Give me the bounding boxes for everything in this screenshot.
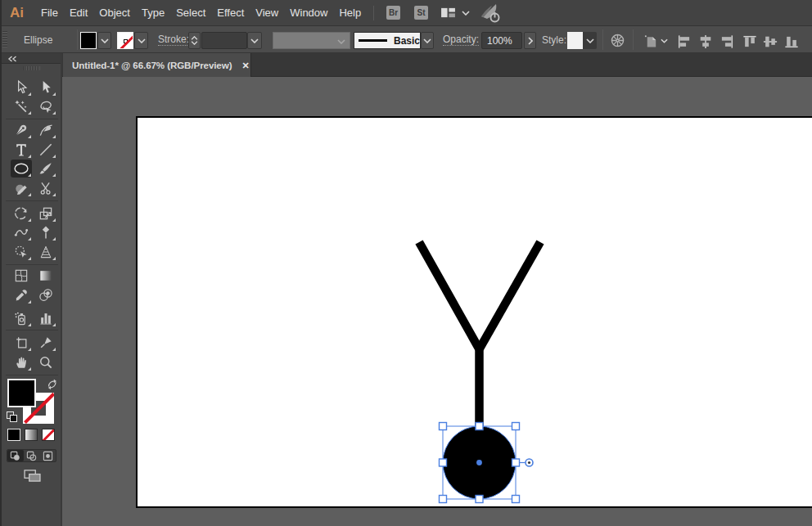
selection-center-point[interactable] — [476, 460, 482, 465]
rotate-tool[interactable] — [11, 205, 32, 223]
screen-mode-button[interactable] — [23, 469, 42, 486]
align-top-button[interactable] — [742, 34, 757, 52]
selection-handle[interactable] — [476, 496, 483, 503]
opacity-label[interactable]: Opacity: — [443, 34, 479, 46]
gradient-tool[interactable] — [35, 267, 56, 285]
align-hcenter-button[interactable] — [698, 34, 713, 52]
default-fill-stroke-button[interactable] — [7, 411, 18, 423]
flyout-triangle-icon — [52, 237, 56, 241]
selection-handle[interactable] — [512, 496, 520, 503]
stroke-color-dropdown[interactable] — [134, 32, 148, 49]
scale-tool[interactable] — [35, 205, 56, 223]
selection-handle[interactable] — [476, 423, 483, 430]
panel-grip[interactable] — [2, 31, 7, 48]
menu-file[interactable]: File — [35, 0, 64, 25]
style-swatch[interactable] — [567, 32, 583, 49]
style-combo[interactable] — [567, 32, 597, 49]
paintbrush-tool[interactable] — [35, 160, 56, 178]
stroke-weight-input[interactable] — [201, 32, 247, 49]
stock-button[interactable]: St — [414, 6, 428, 20]
bridge-button[interactable]: Br — [386, 6, 400, 20]
artwork-layer[interactable] — [62, 77, 812, 526]
tools-panel-grip[interactable] — [24, 66, 40, 70]
align-right-button[interactable] — [720, 34, 734, 52]
stroke-weight-stepper[interactable] — [188, 32, 201, 49]
magic-wand-tool[interactable] — [11, 97, 32, 115]
column-graph-tool[interactable] — [35, 309, 56, 327]
menu-help[interactable]: Help — [333, 0, 367, 25]
ellipse-tool[interactable] — [11, 160, 32, 178]
stepper-down-icon[interactable] — [191, 41, 198, 45]
selection-handle[interactable] — [440, 423, 447, 430]
stroke-color-swatch[interactable] — [117, 32, 133, 49]
menu-select[interactable]: Select — [170, 0, 211, 25]
curvature-tool[interactable] — [35, 121, 56, 139]
none-mode-button[interactable] — [42, 429, 55, 441]
mesh-tool[interactable] — [11, 267, 32, 285]
workspace-switcher[interactable] — [440, 7, 470, 19]
color-mode-button[interactable] — [7, 429, 20, 441]
selection-tool[interactable] — [11, 79, 32, 97]
separator — [602, 29, 603, 50]
menu-effect[interactable]: Effect — [211, 0, 250, 25]
brush-definition-select[interactable]: Basic — [354, 32, 421, 49]
draw-normal-button[interactable] — [7, 450, 24, 461]
pie-widget-dot[interactable] — [528, 461, 530, 464]
draw-behind-button[interactable] — [24, 450, 40, 461]
fill-color-dropdown[interactable] — [97, 32, 111, 49]
artboard-tool[interactable] — [11, 334, 32, 352]
gradient-mode-button[interactable] — [25, 429, 38, 441]
selection-handle[interactable] — [512, 423, 520, 430]
canvas-area[interactable] — [62, 77, 812, 526]
menu-edit[interactable]: Edit — [64, 0, 93, 25]
shape-builder-tool[interactable] — [11, 243, 32, 261]
pen-tool[interactable] — [11, 121, 32, 139]
blend-tool[interactable] — [35, 286, 56, 304]
scissors-tool[interactable] — [35, 179, 56, 197]
align-bottom-button[interactable] — [784, 34, 799, 52]
align-vcenter-button[interactable] — [763, 34, 778, 52]
menu-object[interactable]: Object — [93, 0, 136, 25]
opacity-arrow-button[interactable] — [524, 32, 536, 49]
eyedropper-tool[interactable] — [11, 286, 32, 304]
line-segment-tool[interactable] — [35, 141, 56, 159]
shaper-tool[interactable] — [11, 179, 32, 197]
menu-window[interactable]: Window — [284, 0, 333, 25]
stroke-weight-label[interactable]: Stroke: — [158, 34, 189, 46]
align-to-dropdown[interactable] — [643, 34, 668, 48]
style-dropdown[interactable] — [583, 32, 597, 49]
stroke-weight-dropdown[interactable] — [247, 32, 262, 49]
y-shape-segment[interactable] — [419, 242, 479, 348]
zoom-tool[interactable] — [35, 353, 56, 371]
menu-view[interactable]: View — [250, 0, 284, 25]
document-tab[interactable]: Untitled-1* @ 66.67% (RGB/Preview) ✕ — [63, 53, 251, 77]
chevron-down-icon — [462, 11, 470, 16]
selection-handle[interactable] — [440, 459, 447, 466]
width-tool[interactable] — [11, 223, 32, 241]
slice-tool[interactable] — [35, 334, 56, 352]
align-left-button[interactable] — [677, 34, 692, 52]
perspective-grid-tool[interactable] — [35, 243, 56, 261]
selection-handle[interactable] — [440, 496, 447, 503]
fill-well[interactable] — [7, 379, 36, 407]
brush-definition-dropdown[interactable] — [421, 32, 434, 49]
recolor-artwork-button[interactable] — [611, 34, 625, 51]
puppet-warp-tool[interactable] — [35, 223, 56, 241]
swap-fill-stroke-button[interactable] — [47, 379, 58, 393]
direct-selection-tool[interactable] — [35, 79, 56, 97]
hand-tool[interactable] — [11, 353, 32, 371]
opacity-input[interactable]: 100% — [481, 32, 522, 49]
selection-handle[interactable] — [512, 459, 520, 466]
collapse-panel-icon[interactable] — [7, 56, 17, 62]
y-shape-segment[interactable] — [480, 242, 540, 348]
gpu-performance-button[interactable] — [480, 2, 501, 27]
menu-type[interactable]: Type — [136, 0, 170, 25]
tab-close-icon[interactable]: ✕ — [241, 61, 249, 70]
draw-inside-button[interactable] — [39, 450, 56, 461]
app-logo[interactable]: Ai — [10, 5, 24, 21]
stepper-up-icon[interactable] — [191, 36, 198, 40]
lasso-tool[interactable] — [35, 97, 56, 115]
fill-color-swatch[interactable] — [80, 32, 97, 49]
symbol-sprayer-tool[interactable] — [11, 309, 32, 327]
type-tool[interactable] — [11, 141, 32, 159]
